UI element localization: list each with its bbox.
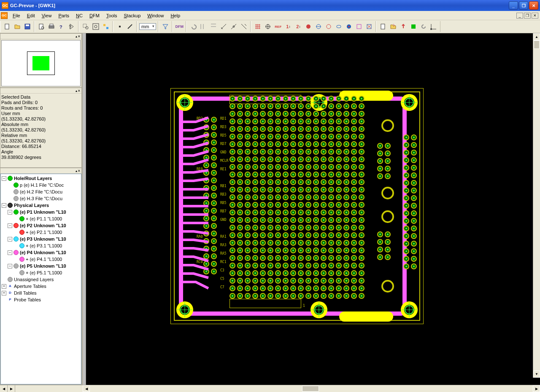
show-via-button[interactable] [354, 22, 364, 31]
trace-fan [170, 88, 234, 324]
svg-rect-15 [119, 26, 121, 27]
run-button[interactable] [409, 22, 418, 31]
panel-close-icon[interactable]: ✕ [78, 89, 81, 93]
info-panel: ▴✕ Selected Data Pads and Drills: 0 Rout… [0, 88, 82, 168]
scroll-up-arrow[interactable]: ▲ [533, 33, 540, 40]
probe-icon: P [8, 297, 13, 302]
svg-rect-0 [5, 24, 9, 29]
menu-stackup[interactable]: Stackup [121, 12, 144, 19]
scroll-down-arrow[interactable]: ▼ [533, 371, 540, 378]
menu-help[interactable]: Help [167, 12, 184, 19]
grid-button[interactable] [253, 22, 262, 31]
menu-edit[interactable]: Edit [24, 12, 38, 19]
panel-up-icon[interactable]: ▴ [76, 169, 77, 173]
maximize-button[interactable]: ❐ [519, 1, 528, 10]
layer-2-button[interactable]: 2↕ [294, 22, 303, 31]
layers-tree[interactable]: −Hole/Rout Layers p (e) H.1 File "C:\Doc… [0, 174, 81, 384]
line-mode-button[interactable] [125, 22, 135, 31]
panel-up-icon[interactable]: ▴ [76, 89, 77, 93]
svg-rect-13 [103, 24, 105, 26]
align-2-button[interactable] [209, 22, 218, 31]
scroll-right-arrow[interactable]: ▶ [533, 385, 540, 392]
zoom-fit-button[interactable] [91, 22, 100, 31]
menu-dfm[interactable]: DFM [86, 12, 103, 19]
tree-toggle[interactable]: − [8, 223, 12, 228]
canvas[interactable]: 1 1 RD1RD3RD5RD7GNDMCLRRE1RB1RB3RB5RB7GN… [86, 33, 533, 378]
menu-nc[interactable]: NC [73, 12, 86, 19]
align-1-button[interactable] [199, 22, 208, 31]
tab-next[interactable]: ▶ [8, 385, 15, 392]
import-button[interactable] [399, 22, 408, 31]
scroll-thumb[interactable] [302, 386, 319, 392]
menu-file[interactable]: File [9, 12, 24, 19]
svg-point-34 [327, 24, 331, 29]
show-slot-button[interactable] [334, 22, 343, 31]
menu-window[interactable]: Window [144, 12, 167, 19]
vertical-scrollbar[interactable]: ▲ ▼ [533, 33, 540, 378]
mdi-close[interactable]: ✕ [532, 13, 538, 19]
zoom-area-button[interactable] [81, 22, 90, 31]
svg-rect-14 [106, 27, 108, 29]
redraw-button[interactable] [101, 22, 111, 31]
minimize-button[interactable]: _ [509, 1, 518, 10]
tree-toggle[interactable]: − [8, 250, 12, 255]
scroll-thumb[interactable] [534, 40, 540, 49]
tab-prev[interactable]: ◀ [0, 385, 8, 392]
menu-view[interactable]: View [38, 12, 55, 19]
aperture-icon: A [8, 284, 13, 289]
filter-button[interactable] [161, 22, 170, 31]
info-rel-coord: (51.33230, 42.82760) [1, 138, 81, 144]
point-mode-button[interactable] [115, 22, 124, 31]
measure-1-button[interactable] [219, 22, 228, 31]
tree-toggle[interactable]: − [8, 237, 12, 242]
tree-toggle[interactable]: + [2, 291, 6, 295]
tree-toggle[interactable]: − [8, 210, 12, 215]
tree-toggle[interactable]: + [2, 284, 6, 289]
panel-up-icon[interactable]: ▴ [76, 35, 77, 38]
svg-rect-11 [93, 24, 99, 30]
show-outline-button[interactable] [314, 22, 323, 31]
measure-3-button[interactable] [239, 22, 248, 31]
tree-toggle[interactable]: − [2, 203, 6, 208]
target-ring [381, 280, 394, 293]
ref-button[interactable]: REF [273, 22, 283, 31]
units-dropdown[interactable]: mm [139, 23, 156, 30]
refresh-button[interactable] [419, 22, 428, 31]
mdi-restore[interactable]: ❐ [524, 13, 531, 19]
layer-icon [14, 183, 19, 188]
new-doc-button[interactable] [378, 22, 388, 31]
menu-tools[interactable]: Tools [103, 12, 121, 19]
panel-close-icon[interactable]: ✕ [78, 35, 81, 38]
toolbar-area: ? ? mm DFM REF 1↕ 2↕ [0, 20, 540, 33]
print-button[interactable] [47, 22, 56, 31]
tree-toggle[interactable]: − [8, 264, 12, 268]
origin-button[interactable] [263, 22, 273, 31]
scroll-left-arrow[interactable]: ◀ [83, 385, 90, 392]
mdi-minimize[interactable]: _ [516, 13, 523, 19]
undo-button[interactable] [189, 22, 198, 31]
save-button[interactable] [23, 22, 32, 31]
print-preview-button[interactable] [37, 22, 46, 31]
close-button[interactable]: ✕ [529, 1, 538, 10]
about-button[interactable]: ? [67, 22, 76, 31]
panel-close-icon[interactable]: ✕ [78, 169, 81, 173]
viewport[interactable]: 1 1 RD1RD3RD5RD7GNDMCLRRE1RB1RB3RB5RB7GN… [83, 33, 540, 385]
open-button[interactable] [13, 22, 22, 31]
menu-parts[interactable]: Parts [55, 12, 73, 19]
pin-1-marker: 1 [303, 304, 305, 308]
preview-thumbnail[interactable] [1, 40, 81, 86]
new-button[interactable] [3, 22, 12, 31]
measure-2-button[interactable] [229, 22, 238, 31]
layer-icon [19, 270, 24, 275]
horizontal-scrollbar[interactable]: ◀ ▶ [83, 385, 540, 392]
show-ring-button[interactable] [344, 22, 354, 31]
show-pads-button[interactable] [304, 22, 313, 31]
export-button[interactable] [389, 22, 398, 31]
layer-1-button[interactable]: 1↕ [284, 22, 293, 31]
tree-toggle[interactable]: − [2, 176, 6, 181]
show-drill-button[interactable] [324, 22, 333, 31]
show-target-button[interactable] [364, 22, 374, 31]
help-button[interactable]: ? [57, 22, 66, 31]
datum-button[interactable] [429, 22, 438, 31]
dfm-button[interactable]: DFM [175, 22, 184, 31]
